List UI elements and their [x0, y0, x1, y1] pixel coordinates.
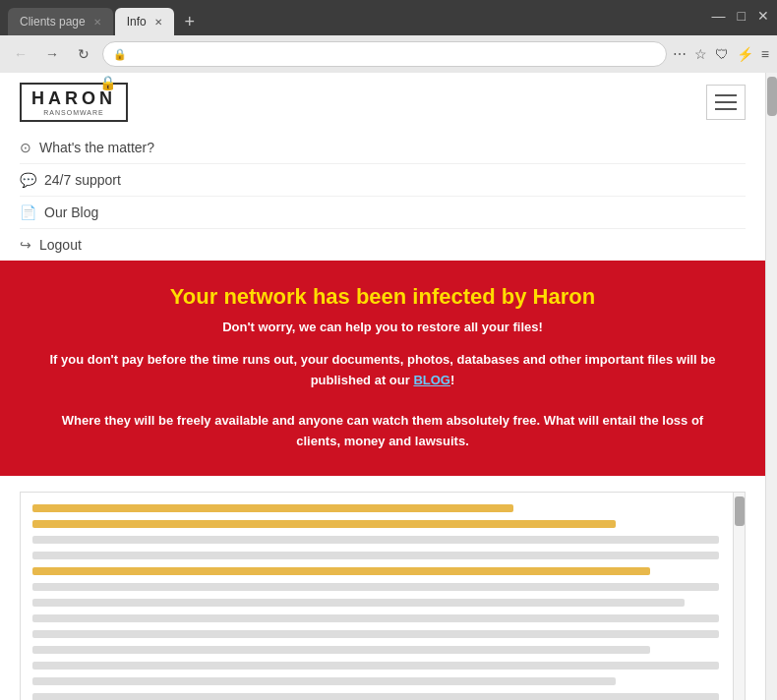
- text-line-2: [32, 520, 616, 528]
- hamburger-button[interactable]: [706, 85, 746, 120]
- text-line-9: [32, 630, 719, 638]
- new-tab-button[interactable]: +: [176, 8, 204, 35]
- dropdown-menu: ⊙ What's the matter? 💬 24/7 support 📄 Ou…: [0, 132, 765, 261]
- logo-subtext: RANSOMWARE: [43, 109, 103, 116]
- banner-subtitle: Don't worry, we can help you to restore …: [39, 320, 726, 334]
- blog-icon: 📄: [20, 204, 36, 220]
- text-line-5: [32, 567, 650, 575]
- hamburger-line-2: [715, 101, 737, 103]
- refresh-button[interactable]: ↻: [71, 41, 96, 67]
- text-line-8: [32, 614, 719, 622]
- banner-title: Your network has been infected by Haron: [39, 284, 726, 310]
- hamburger-line-3: [715, 108, 737, 110]
- banner-title-prefix: Your network has been infected by: [170, 284, 533, 309]
- page-scrollbar[interactable]: [765, 73, 777, 700]
- menu-item-whats-the-matter-label: What's the matter?: [39, 140, 154, 155]
- address-bar-row: ← → ↻ 🔒 ⋯ ☆ 🛡 ⚡ ≡: [0, 35, 777, 73]
- more-button[interactable]: ⋯: [673, 46, 687, 62]
- tab-bar: Clients page ✕ Info ✕ +: [8, 0, 204, 35]
- title-bar: Clients page ✕ Info ✕ + — □ ✕: [0, 0, 777, 35]
- text-line-12: [32, 677, 616, 685]
- site-nav: 🔒 HARON RANSOMWARE: [0, 73, 765, 132]
- site-logo: 🔒 HARON RANSOMWARE: [20, 83, 128, 122]
- text-line-13: [32, 693, 719, 700]
- page-content: HTC 🔒 HARON RANSOMWARE ⊙ What's th: [0, 73, 765, 700]
- logo-padlock-icon: 🔒: [99, 75, 116, 90]
- close-button[interactable]: ✕: [757, 8, 769, 24]
- tab-clients-label: Clients page: [20, 15, 86, 29]
- bookmark-button[interactable]: ☆: [694, 46, 707, 62]
- tab-clients-close[interactable]: ✕: [93, 17, 101, 28]
- menu-item-logout-label: Logout: [39, 237, 82, 253]
- banner-body-line2: Where they will be freely available and …: [62, 413, 703, 448]
- menu-item-support-label: 24/7 support: [44, 172, 121, 188]
- banner-body: If you don't pay before the time runs ou…: [39, 350, 726, 452]
- menu-button[interactable]: ≡: [761, 46, 769, 62]
- extensions-button[interactable]: ⚡: [737, 46, 753, 62]
- content-scrollbar[interactable]: [733, 493, 745, 700]
- banner-body-line1: If you don't pay before the time runs ou…: [50, 352, 716, 367]
- page-area: HTC 🔒 HARON RANSOMWARE ⊙ What's th: [0, 73, 777, 700]
- restore-button[interactable]: □: [738, 8, 746, 24]
- question-icon: ⊙: [20, 140, 31, 155]
- page-scrollbar-thumb: [767, 77, 777, 116]
- banner-body-line1-end: published at our: [311, 373, 414, 387]
- banner-body-line1-close: !: [450, 373, 454, 387]
- content-scrollbar-thumb: [735, 496, 745, 526]
- menu-item-blog-label: Our Blog: [44, 204, 98, 220]
- lock-icon: 🔒: [113, 48, 127, 61]
- menu-item-support[interactable]: 💬 24/7 support: [20, 164, 746, 197]
- red-banner: Your network has been infected by Haron …: [0, 261, 765, 476]
- shield-button[interactable]: 🛡: [715, 46, 729, 62]
- hamburger-line-1: [715, 94, 737, 96]
- menu-item-whats-the-matter[interactable]: ⊙ What's the matter?: [20, 132, 746, 164]
- back-button[interactable]: ←: [8, 41, 33, 67]
- tab-info-label: Info: [127, 15, 147, 29]
- minimize-button[interactable]: —: [712, 8, 726, 24]
- window-controls: — □ ✕: [712, 8, 769, 28]
- forward-button[interactable]: →: [39, 41, 65, 67]
- tab-info[interactable]: Info ✕: [115, 8, 174, 35]
- tab-info-close[interactable]: ✕: [154, 17, 162, 28]
- banner-title-brand: Haron: [533, 284, 596, 309]
- text-line-11: [32, 662, 719, 670]
- menu-item-logout[interactable]: ↪ Logout: [20, 229, 746, 261]
- text-lines: [32, 504, 733, 700]
- text-line-10: [32, 646, 650, 654]
- text-line-3: [32, 536, 719, 544]
- content-block: [20, 492, 746, 700]
- text-line-4: [32, 552, 719, 559]
- text-line-6: [32, 583, 719, 591]
- menu-item-blog[interactable]: 📄 Our Blog: [20, 197, 746, 229]
- tab-clients[interactable]: Clients page ✕: [8, 8, 113, 35]
- text-line-1: [32, 504, 513, 512]
- text-line-7: [32, 599, 685, 607]
- browser-window: Clients page ✕ Info ✕ + — □ ✕ ← → ↻ 🔒 ⋯ …: [0, 0, 777, 700]
- chat-icon: 💬: [20, 172, 36, 188]
- logo-text: HARON: [31, 88, 116, 109]
- logout-icon: ↪: [20, 237, 31, 253]
- address-bar[interactable]: 🔒: [102, 41, 667, 67]
- blog-link[interactable]: BLOG: [413, 373, 450, 387]
- toolbar-icons: ⋯ ☆ 🛡 ⚡ ≡: [673, 46, 769, 62]
